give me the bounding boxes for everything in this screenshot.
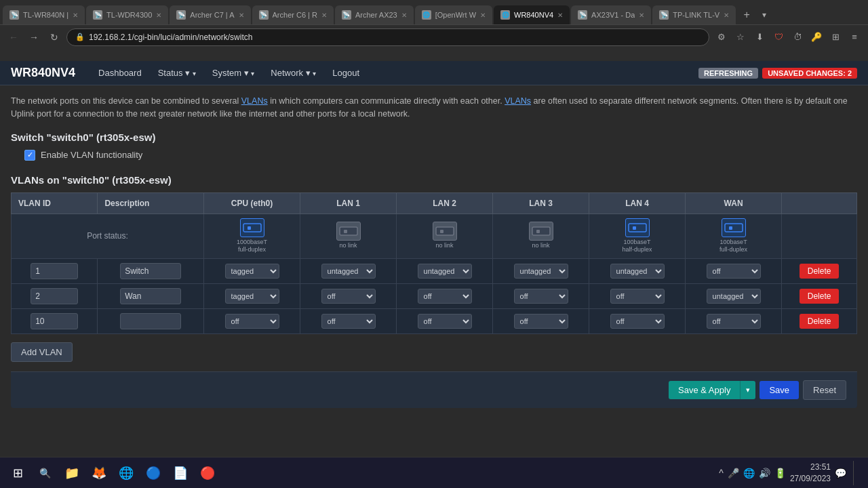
- history-icon[interactable]: ⏱: [789, 29, 806, 45]
- taskbar-edge-icon[interactable]: 🌐: [114, 461, 138, 485]
- vlan2-desc-input[interactable]: [120, 288, 181, 304]
- taskbar-search-icon[interactable]: 🔍: [33, 461, 57, 485]
- col-lan1: LAN 1: [300, 192, 397, 214]
- tab-wr840nv4[interactable]: 🌐 WR840NV4 ✕: [494, 5, 570, 24]
- vlan-link2[interactable]: VLANs: [505, 96, 531, 106]
- vlan2-lan4-select[interactable]: off untagged tagged: [610, 289, 665, 304]
- tab-close-icon[interactable]: ✕: [724, 12, 729, 19]
- tab-ax23v1[interactable]: 📡 AX23V1 - Da ✕: [571, 5, 651, 24]
- vlan-enable-checkbox[interactable]: ✓: [24, 150, 35, 161]
- taskbar-clock[interactable]: 23:51 27/09/2023: [790, 462, 831, 485]
- tab-close-icon[interactable]: ✕: [557, 12, 563, 19]
- download-icon[interactable]: ⬇: [751, 29, 768, 45]
- vlan1-lan4-select[interactable]: untagged tagged off: [610, 264, 665, 279]
- vlan1-lan1-select[interactable]: untagged tagged off: [321, 264, 376, 279]
- vlan1-cpu-select[interactable]: tagged untagged off: [225, 264, 279, 279]
- new-tab-button[interactable]: +: [737, 5, 756, 24]
- vlan-row-3: off tagged untagged off untagged tagged: [12, 308, 857, 333]
- tab-archerc7[interactable]: 📡 Archer C7 | A ✕: [170, 5, 250, 24]
- password-icon[interactable]: 🔑: [808, 29, 825, 45]
- tab-tlwr840n[interactable]: 📡 TL-WR840N | ✕: [3, 5, 85, 24]
- vlan3-desc-input[interactable]: [120, 313, 181, 329]
- vlan-enable-row: ✓ Enable VLAN functionality: [11, 150, 857, 161]
- vlan3-lan1-select[interactable]: off untagged tagged: [321, 314, 376, 329]
- vlan1-lan3-select[interactable]: untagged tagged off: [514, 264, 568, 279]
- vlan2-lan3-select[interactable]: off untagged tagged: [514, 289, 568, 304]
- tab-openwrt[interactable]: 🌐 [OpenWrt W ✕: [415, 5, 492, 24]
- tab-favicon: 🌐: [422, 10, 431, 20]
- vlan1-delete-button[interactable]: Delete: [800, 264, 840, 279]
- taskbar-firefox-icon[interactable]: 🦊: [87, 461, 111, 485]
- tray-chevron-icon[interactable]: ^: [719, 468, 724, 479]
- vlan-link[interactable]: VLANs: [241, 96, 268, 106]
- adblocker-icon[interactable]: 🛡: [770, 29, 787, 45]
- browser-toolbar: ⚙ ☆ ⬇ 🛡 ⏱ 🔑 ⊞ ≡: [713, 29, 863, 45]
- forward-button[interactable]: →: [26, 29, 42, 45]
- vlan3-id-input[interactable]: [31, 313, 78, 329]
- tray-battery-icon[interactable]: 🔋: [774, 468, 786, 479]
- vlan1-desc-input[interactable]: [120, 263, 181, 279]
- taskbar-file-explorer-icon[interactable]: 📁: [60, 461, 84, 485]
- vlan3-lan3-select[interactable]: off untagged tagged: [514, 314, 568, 329]
- reset-button[interactable]: Reset: [803, 380, 846, 400]
- tab-close-icon[interactable]: ✕: [401, 12, 407, 19]
- back-button[interactable]: ←: [5, 29, 22, 45]
- vlan3-cpu-select[interactable]: off tagged untagged: [225, 314, 279, 329]
- save-apply-dropdown-button[interactable]: ▾: [740, 381, 755, 399]
- tray-sound-icon[interactable]: 🔊: [759, 468, 770, 479]
- port-status-actions-placeholder: [782, 214, 857, 258]
- tab-close-icon[interactable]: ✕: [321, 12, 327, 19]
- status-badges: REFRESHING UNSAVED CHANGES: 2: [698, 68, 857, 79]
- vlan2-wan-select[interactable]: untagged tagged off: [707, 289, 761, 304]
- vlan3-delete-button[interactable]: Delete: [800, 314, 840, 329]
- tray-notification-icon[interactable]: 💬: [835, 468, 846, 479]
- nav-logout[interactable]: Logout: [326, 65, 366, 81]
- tab-close-icon[interactable]: ✕: [73, 12, 78, 19]
- address-bar[interactable]: 🔒 192.168.2.1/cgi-bin/luci/admin/network…: [66, 28, 709, 46]
- nav-dashboard[interactable]: Dashboard: [92, 65, 149, 81]
- wan-port-label: 100baseTfull-duplex: [719, 239, 747, 254]
- tab-close-icon[interactable]: ✕: [480, 12, 486, 19]
- tray-network-icon[interactable]: 🌐: [743, 468, 755, 479]
- nav-system[interactable]: System ▾: [205, 65, 262, 81]
- tab-tlwdr4300[interactable]: 📡 TL-WDR4300 ✕: [86, 5, 168, 24]
- menu-icon[interactable]: ≡: [846, 29, 863, 45]
- start-button[interactable]: ⊞: [5, 461, 30, 485]
- show-desktop-button[interactable]: [853, 461, 857, 485]
- tab-close-icon[interactable]: ✕: [639, 12, 644, 19]
- vlan2-cpu-select[interactable]: tagged untagged off: [225, 289, 279, 304]
- tab-archeraz23[interactable]: 📡 Archer AX23 ✕: [335, 5, 414, 24]
- nav-network[interactable]: Network ▾: [264, 65, 323, 81]
- vlan3-lan2-select[interactable]: off untagged tagged: [418, 314, 472, 329]
- taskbar-app6-icon[interactable]: 🔴: [195, 461, 220, 485]
- tab-archerc6[interactable]: 📡 Archer C6 | R ✕: [252, 5, 334, 24]
- save-button[interactable]: Save: [760, 381, 799, 399]
- nav-status[interactable]: Status ▾: [151, 65, 203, 81]
- vlan2-lan1-select[interactable]: off untagged tagged: [321, 289, 376, 304]
- tab-favicon: 📡: [176, 10, 186, 20]
- reload-button[interactable]: ↻: [46, 29, 62, 45]
- taskbar-docs-icon[interactable]: 📄: [168, 461, 193, 485]
- vlan3-wan-select[interactable]: off untagged tagged: [707, 314, 761, 329]
- vlan2-lan2-select[interactable]: off untagged tagged: [418, 289, 472, 304]
- lan1-port-icon: no link: [336, 222, 361, 250]
- bookmark-icon[interactable]: ☆: [732, 29, 749, 45]
- vlan2-delete-button[interactable]: Delete: [800, 289, 840, 304]
- tab-close-icon[interactable]: ✕: [239, 12, 244, 19]
- navigation-bar: ← → ↻ 🔒 192.168.2.1/cgi-bin/luci/admin/n…: [0, 24, 868, 49]
- vlan1-id-input[interactable]: [31, 263, 78, 279]
- tab-overflow-button[interactable]: ▾: [756, 5, 772, 24]
- vlan2-desc-cell: [98, 283, 204, 308]
- add-vlan-button[interactable]: Add VLAN: [11, 342, 73, 362]
- tab-close-icon[interactable]: ✕: [156, 12, 161, 19]
- vlan1-lan2-select[interactable]: untagged tagged off: [418, 264, 472, 279]
- tray-mic-icon[interactable]: 🎤: [728, 468, 739, 479]
- vlan1-wan-select[interactable]: off untagged tagged: [707, 264, 761, 279]
- grid-icon[interactable]: ⊞: [827, 29, 844, 45]
- vlan3-lan4-select[interactable]: off untagged tagged: [610, 314, 665, 329]
- vlan2-id-input[interactable]: [31, 288, 78, 304]
- extensions-icon[interactable]: ⚙: [713, 29, 730, 45]
- save-apply-button[interactable]: Save & Apply: [669, 381, 740, 399]
- tab-tplink[interactable]: 📡 TP-LINK TL-V ✕: [652, 5, 736, 24]
- taskbar-app4-icon[interactable]: 🔵: [141, 461, 165, 485]
